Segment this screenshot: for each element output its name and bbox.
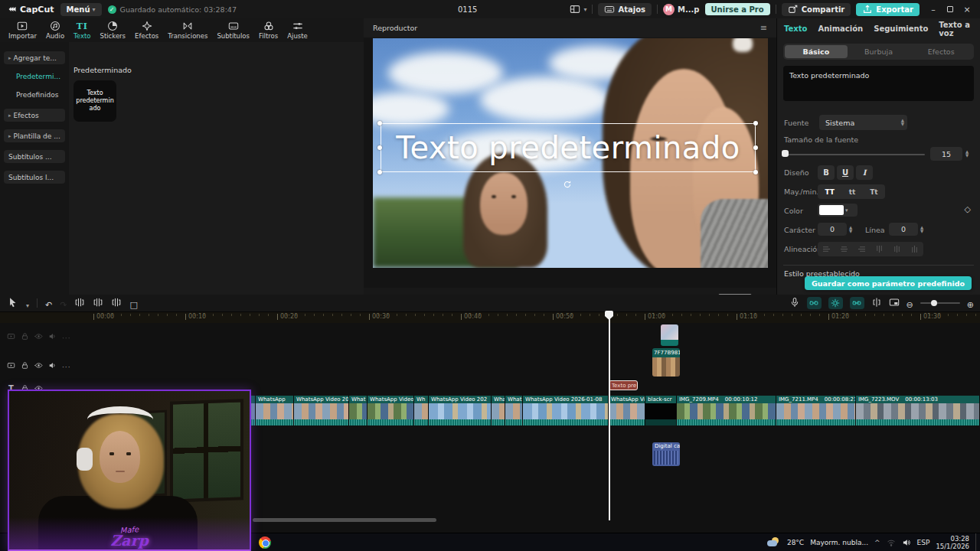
tool-importar[interactable]: Importar (5, 20, 41, 41)
more-toggle[interactable]: ··· (62, 358, 71, 373)
valign-middle-button[interactable] (893, 242, 901, 256)
preview-button[interactable] (889, 296, 900, 311)
sidebar-item-predetermi[interactable]: Predetermi... (4, 70, 65, 83)
show-desktop-button[interactable] (975, 533, 978, 551)
case-button-tt[interactable]: Tt (870, 188, 877, 196)
stepper-icon[interactable]: ▲▼ (901, 115, 904, 130)
account-button[interactable]: M M...p (663, 4, 700, 15)
font-size-slider-handle[interactable] (782, 150, 789, 157)
join-pro-button[interactable]: Unirse a Pro (705, 3, 770, 15)
shortcuts-button[interactable]: Atajos (598, 3, 652, 16)
timeline-ruler[interactable]: 00:0000:1000:2000:3000:4000:5001:0001:10… (0, 312, 980, 323)
timeline-zoom-handle[interactable] (931, 300, 937, 306)
split-button[interactable] (74, 296, 85, 311)
horizontal-scrollbar[interactable] (253, 518, 436, 522)
tool-transiciones[interactable]: Transiciones (164, 20, 211, 41)
taskbar-weather[interactable]: Mayorm. nubla... (810, 539, 868, 546)
link-clips-button[interactable] (850, 297, 864, 309)
export-button[interactable]: Exportar (856, 3, 920, 16)
tool-stickers[interactable]: Stickers (96, 20, 130, 41)
tray-chevron[interactable]: ^ (874, 539, 880, 546)
clip-split-button[interactable] (871, 296, 882, 311)
selection-handle[interactable] (753, 145, 758, 150)
subtab-burbuja[interactable]: Burbuja (848, 45, 910, 58)
text-input[interactable]: Texto predeterminado (783, 66, 974, 101)
overlay-video-clip-2[interactable]: 7F77B981 (652, 348, 680, 377)
tool-audio[interactable]: Audio (42, 20, 68, 41)
language-indicator[interactable]: ESP (917, 539, 930, 546)
font-size-slider[interactable] (784, 154, 925, 155)
default-text-tile[interactable]: Texto predeterminado (74, 80, 116, 122)
rotate-handle[interactable] (562, 179, 572, 189)
taskbar-temp[interactable]: 28°C (787, 539, 804, 546)
tool-subtitulos[interactable]: Subtítulos (213, 20, 253, 41)
video-clip-what[interactable]: What (492, 396, 505, 425)
minimize-button[interactable]: – (925, 1, 942, 18)
split-left-button[interactable] (93, 296, 103, 311)
video-clip-whatsapp-video-2026[interactable]: WhatsApp Video 2026 (294, 396, 349, 425)
wifi-icon[interactable] (887, 538, 896, 547)
overlay-text[interactable]: Texto predeterminado (381, 124, 755, 171)
subtab-efectos[interactable]: Efectos (910, 45, 972, 58)
video-clip-img-7223-mov[interactable]: IMG_7223.MOV00:00:13:03 (856, 396, 980, 425)
text-overlay-box[interactable]: Texto predeterminado (381, 123, 756, 172)
share-button[interactable]: Compartir (782, 3, 851, 16)
mic-button[interactable] (789, 296, 800, 311)
clock[interactable]: 03:2815/1/2026 (936, 535, 969, 550)
align-center-button[interactable] (840, 242, 848, 256)
lock-toggle[interactable] (21, 329, 29, 344)
align-left-button[interactable] (822, 242, 831, 256)
selection-handle[interactable] (377, 145, 382, 150)
layout-button[interactable]: ▾ (570, 4, 586, 15)
close-button[interactable]: × (959, 1, 975, 18)
selection-handle[interactable] (753, 121, 758, 126)
bold-button[interactable]: B (818, 165, 835, 180)
stepper-icon[interactable]: ▲▼ (920, 223, 923, 236)
cursor-button[interactable] (8, 296, 18, 311)
tool-ajuste[interactable]: Ajuste (283, 20, 312, 41)
video-clip-whatsapp[interactable]: WhatsApp (256, 396, 294, 425)
playhead[interactable] (609, 312, 610, 520)
tab-seguimiento[interactable]: Seguimiento (874, 24, 928, 33)
sidebar-item-subtitulos-l[interactable]: Subtítulos l... (4, 171, 65, 184)
underline-button[interactable]: U (837, 165, 854, 180)
tab-texto-a-voz[interactable]: Texto a voz (939, 21, 980, 37)
audio-clip[interactable]: Digital ca (652, 442, 680, 466)
chrome-icon[interactable] (259, 536, 271, 549)
italic-button[interactable]: I (856, 165, 873, 180)
case-button-tt[interactable]: tt (849, 188, 856, 196)
weather-icon[interactable] (767, 537, 781, 548)
video-clip-img-7211-mp4[interactable]: IMG_7211.MP400:00:08:21 (776, 396, 856, 425)
eye-toggle[interactable] (34, 329, 43, 344)
chevron-down-button[interactable]: ▾ (26, 296, 29, 311)
keyframe-diamond-icon[interactable]: ◇ (965, 204, 971, 214)
volume-icon[interactable] (902, 538, 911, 547)
selection-handle[interactable] (377, 121, 382, 126)
lock-toggle[interactable] (21, 358, 29, 373)
font-size-value[interactable]: 15 (930, 147, 962, 161)
zoom-out-button[interactable]: ⊖ (906, 296, 913, 311)
line-spacing-value[interactable]: 0 (889, 223, 918, 236)
more-toggle[interactable]: ··· (62, 329, 71, 344)
video-clip-whatsapp-vid[interactable]: WhatsApp Vid (609, 396, 645, 425)
sidebar-item-subtitulos[interactable]: Subtítulos ... (4, 150, 65, 163)
char-spacing-value[interactable]: 0 (818, 223, 847, 236)
maximize-button[interactable] (942, 1, 959, 18)
auto-select-button[interactable] (828, 297, 843, 309)
valign-bottom-button[interactable] (910, 242, 919, 256)
hamburger-icon[interactable]: ≡ (760, 24, 767, 32)
tab-animacion[interactable]: Animación (818, 24, 863, 33)
selection-handle[interactable] (753, 170, 758, 174)
undo-button[interactable]: ↶ (45, 296, 52, 311)
video-clip-what[interactable]: What (349, 396, 368, 425)
color-picker[interactable]: ▾ (818, 204, 858, 217)
tab-texto[interactable]: Texto (784, 24, 807, 33)
video-clip-wh[interactable]: Wh (414, 396, 429, 425)
case-button-tt[interactable]: TT (825, 188, 835, 196)
overlay-video-clip[interactable] (661, 324, 678, 346)
split-right-button[interactable] (111, 296, 122, 311)
delete-button[interactable]: □ (129, 296, 137, 311)
stepper-icon[interactable]: ▲▼ (849, 223, 852, 236)
video-clip-black-scr[interactable]: black-scr (645, 396, 677, 425)
video-clip-whatsapp-video[interactable]: WhatsApp Video (368, 396, 414, 425)
